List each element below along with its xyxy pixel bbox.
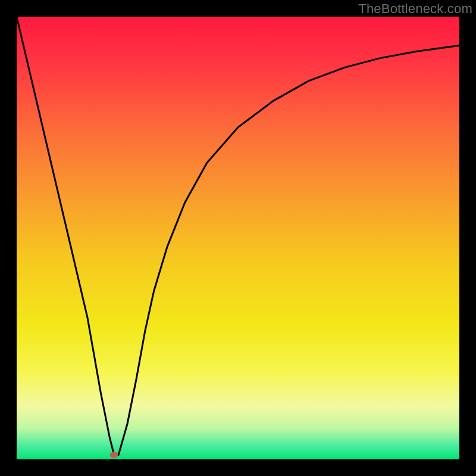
watermark-text: TheBottleneck.com [358,1,472,17]
chart-plot [17,17,459,459]
optimum-marker [110,452,118,458]
heatmap-background [17,17,459,459]
chart-frame [17,17,459,459]
